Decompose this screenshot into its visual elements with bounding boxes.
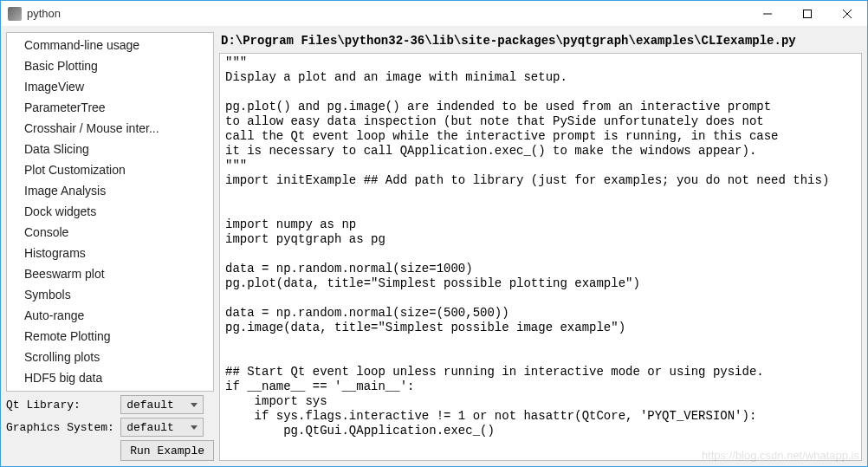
list-item[interactable]: ImageView <box>7 76 213 97</box>
right-panel: D:\Program Files\python32-36\lib\site-pa… <box>219 32 862 461</box>
run-example-button[interactable]: Run Example <box>120 440 214 461</box>
maximize-button[interactable] <box>787 1 827 27</box>
list-item[interactable]: Dock widgets <box>7 201 213 222</box>
list-item[interactable]: Command-line usage <box>7 35 213 55</box>
left-panel: Command-line usageBasic PlottingImageVie… <box>6 32 214 461</box>
list-item[interactable]: Data Slicing <box>7 139 213 159</box>
list-item[interactable]: Crosshair / Mouse inter... <box>7 118 213 139</box>
close-button[interactable] <box>827 1 867 27</box>
list-item[interactable]: ParameterTree <box>7 97 213 118</box>
options-grid: Qt Library: default Graphics System: def… <box>6 395 214 461</box>
list-item[interactable]: Demos <box>7 388 213 391</box>
list-item[interactable]: Plot Customization <box>7 159 213 180</box>
code-viewer-container: """ Display a plot and an image with min… <box>219 53 862 461</box>
qt-library-label: Qt Library: <box>6 399 115 412</box>
maximize-icon <box>803 10 812 18</box>
list-item[interactable]: HDF5 big data <box>7 367 213 388</box>
list-item[interactable]: Histograms <box>7 243 213 263</box>
svg-rect-1 <box>804 10 812 17</box>
graphics-system-combo[interactable]: default <box>120 418 204 437</box>
list-item[interactable]: Auto-range <box>7 305 213 326</box>
list-item[interactable]: Symbols <box>7 284 213 305</box>
list-item[interactable]: Image Analysis <box>7 180 213 201</box>
titlebar[interactable]: python <box>1 1 867 27</box>
graphics-system-value: default <box>126 421 174 434</box>
graphics-system-label: Graphics System: <box>6 421 115 434</box>
list-item[interactable]: Basic Plotting <box>7 55 213 76</box>
qt-library-combo[interactable]: default <box>120 395 204 414</box>
window-title: python <box>27 7 61 20</box>
minimize-button[interactable] <box>748 1 787 27</box>
example-list[interactable]: Command-line usageBasic PlottingImageVie… <box>7 33 213 391</box>
list-item[interactable]: Remote Plotting <box>7 326 213 347</box>
list-item[interactable]: Scrolling plots <box>7 347 213 367</box>
app-icon <box>8 7 22 21</box>
client-area: Command-line usageBasic PlottingImageVie… <box>1 27 867 466</box>
list-item[interactable]: Beeswarm plot <box>7 263 213 284</box>
file-path-label: D:\Program Files\python32-36\lib\site-pa… <box>219 32 862 49</box>
window-frame: python Command-line usageBasic PlottingI… <box>0 0 868 467</box>
close-icon <box>843 10 852 18</box>
code-viewer[interactable]: """ Display a plot and an image with min… <box>220 54 861 460</box>
qt-library-value: default <box>126 399 174 412</box>
list-item[interactable]: Console <box>7 222 213 243</box>
example-list-container: Command-line usageBasic PlottingImageVie… <box>6 32 214 392</box>
minimize-icon <box>763 10 772 18</box>
